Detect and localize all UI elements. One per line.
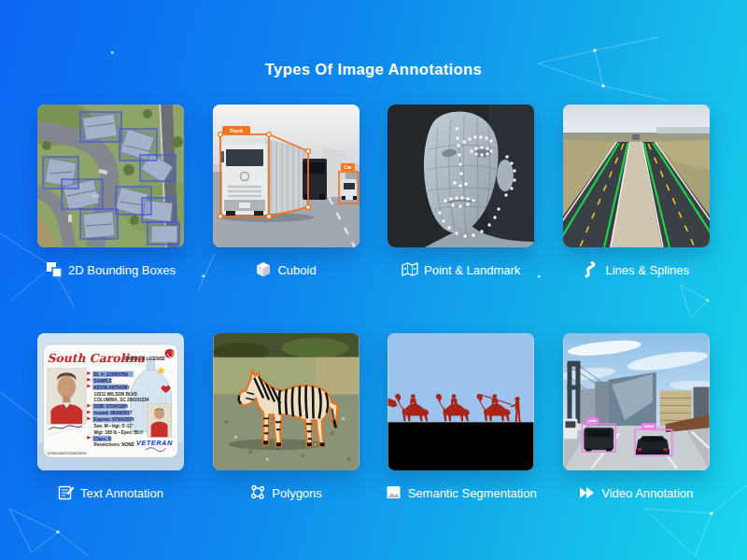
page-title: Types Of Image Annotations xyxy=(0,61,747,78)
infographic-page: { "title": "Types Of Image Annotations",… xyxy=(0,0,747,560)
point-landmark-icon xyxy=(402,261,418,278)
annotation-grid-row-1: 2D Bounding Boxes xyxy=(37,105,710,278)
caption-label: 2D Bounding Boxes xyxy=(68,263,176,277)
video-annotation-icon xyxy=(579,484,596,501)
cuboid-icon xyxy=(255,261,272,278)
bounding-boxes-image xyxy=(37,105,184,247)
text-annotation-image: South Carolina DRIVER'S LICENSE xyxy=(37,333,184,470)
truck-tag-label: Truck xyxy=(229,128,244,133)
caption-cuboid: Cuboid xyxy=(255,261,316,278)
semantic-segmentation-icon xyxy=(386,484,402,501)
svg-text:Issued: 08/29/2017: Issued: 08/29/2017 xyxy=(94,411,133,415)
point-landmark-image xyxy=(388,105,534,247)
face-landmark-scene xyxy=(388,105,534,247)
caption-semantic-segmentation: Semantic Segmentation xyxy=(386,484,537,501)
caption-label: Polygons xyxy=(272,486,321,500)
lines-splines-icon xyxy=(583,261,599,278)
caption-label: Lines & Splines xyxy=(605,263,689,277)
semantic-segmentation-image xyxy=(388,333,534,470)
caption-label: Point & Landmark xyxy=(424,263,520,277)
text-annotation-icon xyxy=(58,484,75,501)
traffic-video-scene xyxy=(563,333,710,470)
video-annotation-image xyxy=(563,333,710,470)
tile-semantic-segmentation: Semantic Segmentation xyxy=(388,333,534,501)
annotation-grid-row-2: South Carolina DRIVER'S LICENSE xyxy=(37,333,710,501)
svg-text:COLUMBIA, SC 290161234: COLUMBIA, SC 290161234 xyxy=(94,398,149,402)
svg-text:Restrictions: NONE: Restrictions: NONE xyxy=(94,442,134,447)
caption-polygons: Polygons xyxy=(249,484,321,501)
tile-bounding-boxes: 2D Bounding Boxes xyxy=(37,105,184,278)
license-doc-type: DRIVER'S LICENSE xyxy=(124,357,165,361)
polygons-icon xyxy=(249,484,266,501)
aerial-neighborhood-scene xyxy=(37,105,184,247)
svg-text:SAMPLE: SAMPLE xyxy=(94,379,112,384)
cuboid-image: Truck Car xyxy=(213,105,359,247)
caption-bounding-boxes: 2D Bounding Boxes xyxy=(46,261,176,278)
bounding-boxes-icon xyxy=(46,261,63,278)
tile-video-annotation: Video Annotation xyxy=(563,333,710,501)
tile-polygons: Polygons xyxy=(213,333,359,501)
lines-splines-image xyxy=(563,105,710,247)
caption-label: Video Annotation xyxy=(601,486,693,500)
svg-text:10311 WILSON BLVD: 10311 WILSON BLVD xyxy=(94,392,138,397)
caption-point-landmark: Point & Landmark xyxy=(402,261,520,278)
svg-text:DOB: 07/04/1956: DOB: 07/04/1956 xyxy=(94,404,129,409)
svg-text:Sex: M • Hgt: 5'-11": Sex: M • Hgt: 5'-11" xyxy=(94,424,134,428)
caption-label: Semantic Segmentation xyxy=(408,486,537,500)
caption-label: Cuboid xyxy=(277,263,316,277)
license-barcode: 01960106022244603054 xyxy=(47,452,86,455)
car-tag-label: Car xyxy=(344,164,351,170)
highway-lanes-scene xyxy=(563,105,710,247)
tile-lines-splines: Lines & Splines xyxy=(563,105,710,278)
caption-text-annotation: Text Annotation xyxy=(58,484,163,501)
svg-text:Class: D: Class: D xyxy=(94,437,112,441)
tile-point-landmark: Point & Landmark xyxy=(388,105,534,278)
svg-text:Wgt: 195 lb • Eyes: BLU: Wgt: 195 lb • Eyes: BLU xyxy=(94,430,144,435)
caption-video-annotation: Video Annotation xyxy=(579,484,693,501)
svg-text:KEVIN ANTHONY: KEVIN ANTHONY xyxy=(94,385,131,390)
caption-lines-splines: Lines & Splines xyxy=(583,261,689,278)
svg-text:Expires: 07/04/2026: Expires: 07/04/2026 xyxy=(94,417,134,422)
caption-label: Text Annotation xyxy=(80,486,163,500)
camel-segmentation-scene xyxy=(388,333,534,470)
svg-text:DL #: 123456789: DL #: 123456789 xyxy=(94,372,129,377)
zebra-polygon-scene xyxy=(213,333,359,470)
license-scene: South Carolina DRIVER'S LICENSE xyxy=(37,333,184,470)
truck-cuboid-scene: Truck Car xyxy=(213,105,359,247)
polygons-image xyxy=(213,333,359,470)
license-veteran: VETERAN xyxy=(136,439,173,447)
tile-cuboid: Truck Car Cuboid xyxy=(213,105,359,278)
tile-text-annotation: South Carolina DRIVER'S LICENSE xyxy=(37,333,184,501)
